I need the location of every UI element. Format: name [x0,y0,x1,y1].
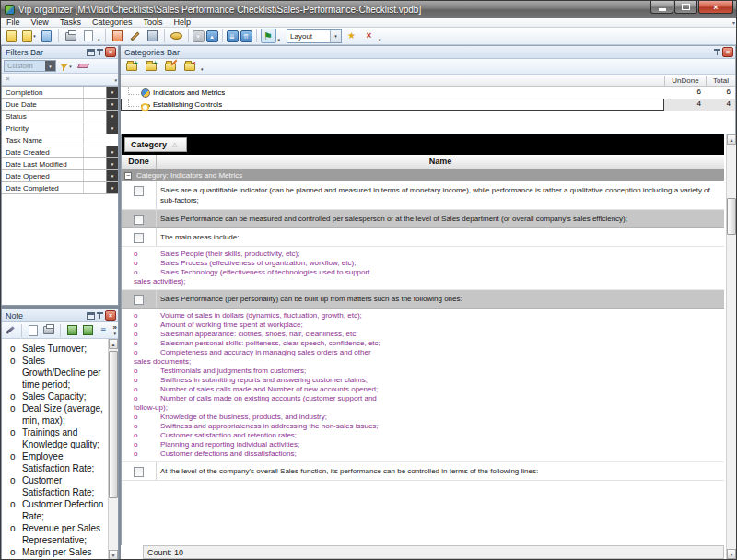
column-name[interactable]: Name [157,155,724,169]
panel-maximize-icon[interactable] [87,312,95,320]
filter-row[interactable]: Due Date ▾ [2,99,118,111]
task-row[interactable]: At the level of the company's overall Sa… [122,462,724,481]
bullet-list-row[interactable]: oVolume of sales in dollars (dynamics, f… [122,309,724,462]
filter-row[interactable]: Date Last Modified ▾ [2,158,118,170]
delete-layout-button[interactable]: × [361,29,377,43]
scrollbar-thumb[interactable] [727,198,736,235]
task-row[interactable]: Sales Performance can be measured and co… [122,210,724,228]
print-preview-button[interactable] [80,29,96,43]
new-category-button[interactable]: + [123,59,139,74]
menu-item[interactable]: Categories [87,18,138,28]
task-checkbox[interactable] [134,295,144,305]
menu-item[interactable]: Tools [137,18,168,28]
group-row[interactable]: − Category: Indicators and Metrics [122,169,724,181]
filter-row[interactable]: Task Name ▾ [2,134,118,146]
task-row[interactable]: Sales Performance (per personality) can … [122,290,724,309]
edit-task-button[interactable] [127,29,143,43]
filter-dropdown-button[interactable]: ▾ [106,99,118,110]
filter-row[interactable]: Date Completed ▾ [2,182,118,194]
maximize-button[interactable] [674,1,697,14]
insert-image-button[interactable] [81,323,94,338]
filter-row[interactable]: Status ▾ [2,111,118,122]
new-notebook-button[interactable] [4,29,19,43]
panel-close-button[interactable]: × [722,47,733,57]
task-checkbox[interactable] [134,186,144,196]
note-scrollbar[interactable]: ▲ ▼ [108,339,118,560]
collapse-group-icon[interactable]: − [124,172,132,180]
panel-close-button[interactable]: × [105,310,116,321]
task-row[interactable]: Sales are a quantifiable indicator (can … [122,181,724,210]
menu-item[interactable]: Help [168,18,196,28]
scroll-up-button[interactable]: ▲ [727,134,736,145]
flag-overflow-button[interactable]: ▾ [278,37,281,42]
filter-dropdown-button[interactable]: ▾ [106,182,118,193]
print-overflow-button[interactable]: ▾ [98,37,100,42]
bullet-list-row[interactable]: oSales People (their skills, productivit… [122,247,724,290]
collapse-button[interactable]: ▾ [193,30,205,42]
category-row[interactable]: Indicators and Metrics 6 6 [121,87,735,99]
filter-dropdown-button[interactable]: ▾ [106,111,118,122]
layout-overflow-button[interactable]: ▾ [379,37,381,42]
pin-icon[interactable] [713,48,721,56]
insert-object-button[interactable] [65,323,78,338]
expand-button[interactable]: ▴ [206,30,218,42]
scroll-up-button[interactable]: ▲ [109,339,118,349]
pin-icon[interactable] [96,311,104,320]
scrollbar-thumb[interactable] [109,351,118,498]
panel-maximize-icon[interactable] [87,49,95,56]
task-checkbox[interactable] [134,467,144,477]
group-by-chip[interactable]: Category △ [124,137,187,152]
note-content[interactable]: o Sales Turnover; o Sales Growth/Decline… [3,340,107,559]
note-preview-button[interactable] [27,323,40,338]
minimize-button[interactable] [650,1,673,14]
print-button[interactable] [63,29,78,43]
note-toolbar-overflow-button[interactable]: » ▾ [113,325,117,336]
scroll-down-button[interactable]: ▼ [727,549,736,559]
apply-filter-button[interactable]: ▾ [58,59,74,74]
menu-item[interactable]: Tasks [54,18,87,28]
task-row[interactable]: The main areas include: [122,228,724,247]
filters-overflow-button[interactable]: ▾ [114,77,117,83]
filter-preset-combo[interactable]: Custom ▾ [4,60,56,72]
filter-row[interactable]: Priority ▾ [2,122,118,134]
edit-category-button[interactable] [162,59,178,74]
column-done[interactable]: Done [122,155,157,169]
new-task-button[interactable] [110,29,125,43]
combo-arrow-icon[interactable]: ▾ [330,30,341,42]
filter-dropdown-button[interactable]: ▾ [106,122,118,134]
scroll-down-button[interactable]: ▼ [109,550,118,560]
view-options-button[interactable] [169,29,184,43]
column-undone[interactable]: UnDone [664,76,706,86]
pin-icon[interactable] [96,48,104,56]
delete-category-button[interactable]: × [181,59,197,74]
panel-close-button[interactable]: × [105,47,116,57]
apply-layout-button[interactable]: ★ [344,29,359,43]
menu-overflow-button[interactable]: ▾ [732,19,735,26]
category-row[interactable]: Establishing Controls 4 4 [121,99,735,111]
open-notebook-button[interactable]: ▾ [21,29,37,43]
filter-row[interactable]: Completion ▾ [2,87,118,99]
task-checkbox[interactable] [134,233,144,243]
column-total[interactable]: Total [706,76,735,86]
layout-combo[interactable]: Layout ▾ [287,29,342,43]
menu-item[interactable]: File [1,18,26,28]
print-note-button[interactable] [42,323,55,338]
menu-item[interactable]: View [26,18,54,28]
edit-note-button[interactable] [4,323,17,338]
flag-button[interactable]: ⚑ [261,29,276,43]
filter-dropdown-button[interactable]: ▾ [106,170,118,181]
move-down-button[interactable]: ⇊ [227,30,239,42]
bullet-list-button[interactable]: ≡ [97,323,110,338]
clear-filter-button[interactable] [76,59,91,74]
delete-task-button[interactable] [145,29,160,43]
filter-row[interactable]: Date Created ▾ [2,146,118,158]
filter-dropdown-button[interactable]: ▾ [106,158,118,169]
close-button[interactable]: × [698,1,733,14]
filter-dropdown-button[interactable]: ▾ [106,87,118,98]
task-checkbox[interactable] [134,215,144,225]
save-notebook-button[interactable] [39,29,54,43]
combo-arrow-icon[interactable]: ▾ [45,61,55,71]
move-up-button[interactable]: ⇈ [240,30,252,42]
grid-scrollbar[interactable]: ▲ ▼ [726,134,736,559]
delete-filter-button[interactable]: × [6,75,10,84]
